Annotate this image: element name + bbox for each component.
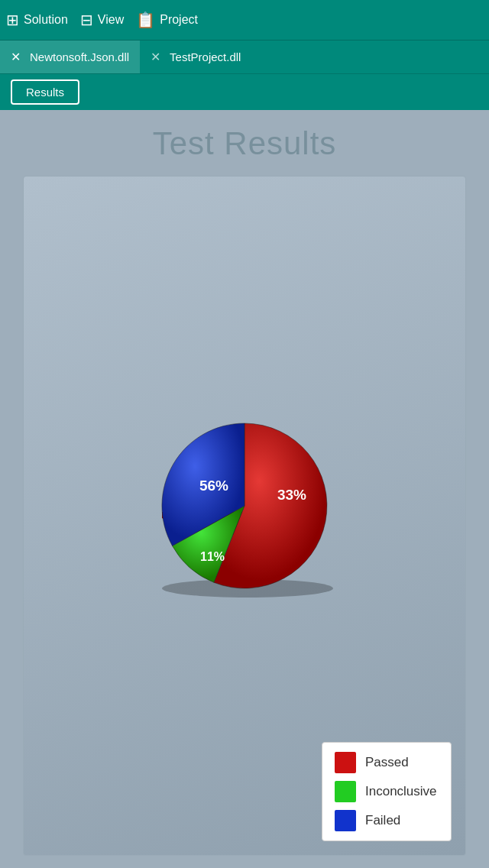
- legend-color-passed: [335, 752, 356, 773]
- legend-color-inconclusive: [335, 781, 356, 802]
- tab-bar: ✕ Newtonsoft.Json.dll ✕ TestProject.dll: [0, 40, 489, 73]
- solution-icon: ⊞: [6, 11, 19, 29]
- results-button[interactable]: Results: [11, 79, 79, 105]
- nav-label-project: Project: [160, 13, 198, 27]
- tab-close-icon-newtonsoft[interactable]: ✕: [11, 50, 21, 64]
- nav-label-solution: Solution: [24, 13, 68, 27]
- top-nav: ⊞ Solution ⊟ View 📋 Project: [0, 0, 489, 40]
- label-passed-percent: 56%: [199, 478, 228, 494]
- nav-item-project[interactable]: 📋 Project: [136, 11, 198, 29]
- nav-item-solution[interactable]: ⊞ Solution: [6, 11, 68, 29]
- label-failed-percent: 33%: [277, 487, 306, 503]
- label-inconclusive-percent: 11%: [200, 550, 225, 563]
- toolbar: Results: [0, 73, 489, 110]
- legend-label-inconclusive: Inconclusive: [365, 784, 437, 799]
- view-icon: ⊟: [80, 11, 93, 29]
- project-icon: 📋: [136, 11, 155, 29]
- legend-item-failed: Failed: [335, 810, 439, 831]
- tab-testproject[interactable]: ✕ TestProject.dll: [140, 40, 251, 73]
- tab-newtonsoft[interactable]: ✕ Newtonsoft.Json.dll: [0, 40, 140, 73]
- tab-label-newtonsoft: Newtonsoft.Json.dll: [30, 50, 129, 63]
- legend: Passed Inconclusive Failed: [322, 742, 452, 841]
- page-title: Test Results: [153, 125, 337, 162]
- nav-label-view: View: [98, 13, 124, 27]
- pie-chart: 56% 11% 33%: [145, 406, 344, 605]
- nav-item-view[interactable]: ⊟ View: [80, 11, 124, 29]
- legend-color-failed: [335, 810, 356, 831]
- legend-item-inconclusive: Inconclusive: [335, 781, 439, 802]
- legend-item-passed: Passed: [335, 752, 439, 773]
- main-content: Test Results: [0, 110, 489, 868]
- tab-close-icon-testproject[interactable]: ✕: [151, 50, 160, 64]
- legend-label-passed: Passed: [365, 755, 409, 770]
- tab-label-testproject: TestProject.dll: [170, 50, 241, 63]
- legend-label-failed: Failed: [365, 813, 400, 828]
- chart-container: 56% 11% 33% Passed Inconclusive Failed: [23, 176, 466, 856]
